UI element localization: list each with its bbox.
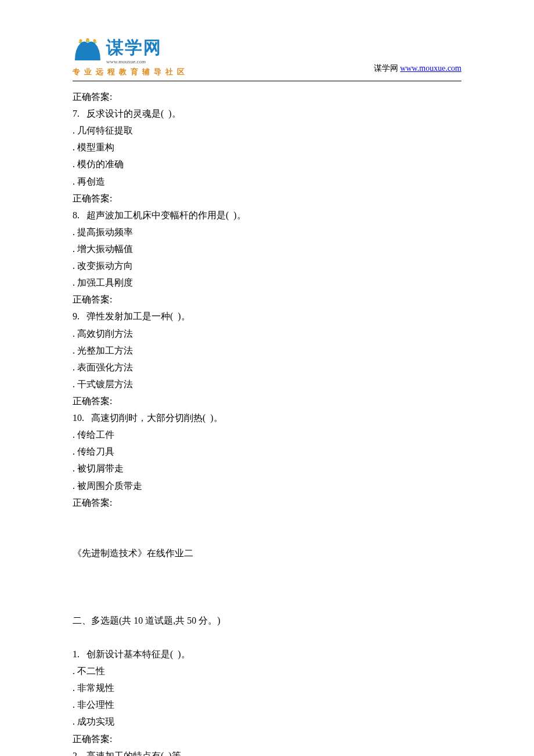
text-line: . 干式镀层方法 bbox=[73, 376, 461, 393]
text-line: 正确答案: bbox=[73, 494, 461, 511]
logo-subtitle: 专业远程教育辅导社区 bbox=[73, 67, 189, 77]
text-line: 正确答案: bbox=[73, 291, 461, 308]
header-divider bbox=[73, 81, 461, 81]
svg-point-2 bbox=[93, 39, 96, 42]
header-right: 谋学网 www.mouxue.com bbox=[374, 63, 461, 77]
text-line: . 非公理性 bbox=[73, 696, 461, 713]
logo-url-text: www.mouxue.com bbox=[106, 59, 162, 64]
text-line: . 再创造 bbox=[73, 173, 461, 190]
text-line: 9. 弹性发射加工是一种( )。 bbox=[73, 308, 461, 325]
text-line: 正确答案: bbox=[73, 88, 461, 105]
svg-point-1 bbox=[86, 38, 89, 41]
text-line: . 模型重构 bbox=[73, 139, 461, 156]
text-line: 8. 超声波加工机床中变幅杆的作用是( )。 bbox=[73, 207, 461, 224]
page-header: 谋学网 www.mouxue.com 专业远程教育辅导社区 谋学网 www.mo… bbox=[73, 36, 461, 77]
text-line: 正确答案: bbox=[73, 730, 461, 747]
text-line: 10. 高速切削时，大部分切削热( )。 bbox=[73, 409, 461, 426]
text-line: . 不二性 bbox=[73, 663, 461, 679]
text-line: 正确答案: bbox=[73, 190, 461, 207]
svg-point-0 bbox=[80, 39, 82, 42]
text-line: . 模仿的准确 bbox=[73, 156, 461, 172]
text-line: . 表面强化方法 bbox=[73, 359, 461, 376]
section-heading: 二、多选题(共 10 道试题,共 50 分。) bbox=[73, 612, 461, 629]
text-line: . 提高振动频率 bbox=[73, 224, 461, 240]
text-line: . 传给工件 bbox=[73, 426, 461, 443]
text-line: 正确答案: bbox=[73, 393, 461, 409]
section-title: 《先进制造技术》在线作业二 bbox=[73, 545, 461, 561]
text-line: . 高效切削方法 bbox=[73, 325, 461, 342]
text-line: . 增大振动幅值 bbox=[73, 240, 461, 257]
text-line: . 被切屑带走 bbox=[73, 460, 461, 477]
document-content: 正确答案: 7. 反求设计的灵魂是( )。 . 几何特征提取 . 模型重构 . … bbox=[73, 88, 461, 756]
text-line: . 加强工具刚度 bbox=[73, 274, 461, 291]
text-line: 1. 创新设计基本特征是( )。 bbox=[73, 646, 461, 663]
text-line: . 传给刀具 bbox=[73, 443, 461, 460]
text-line: . 非常规性 bbox=[73, 679, 461, 696]
text-line: 7. 反求设计的灵魂是( )。 bbox=[73, 105, 461, 122]
text-line: . 被周围介质带走 bbox=[73, 477, 461, 494]
text-line: . 成功实现 bbox=[73, 713, 461, 730]
text-line: . 改变振动方向 bbox=[73, 257, 461, 274]
logo-brand-text: 谋学网 bbox=[106, 36, 162, 60]
logo-block: 谋学网 www.mouxue.com 专业远程教育辅导社区 bbox=[73, 36, 189, 77]
header-right-text: 谋学网 bbox=[374, 64, 400, 73]
text-line: . 光整加工方法 bbox=[73, 342, 461, 359]
logo-icon bbox=[73, 38, 103, 63]
header-link[interactable]: www.mouxue.com bbox=[400, 64, 461, 73]
text-line: 2. 高速加工的特点有( )等。 bbox=[73, 747, 461, 756]
text-line: . 几何特征提取 bbox=[73, 122, 461, 139]
